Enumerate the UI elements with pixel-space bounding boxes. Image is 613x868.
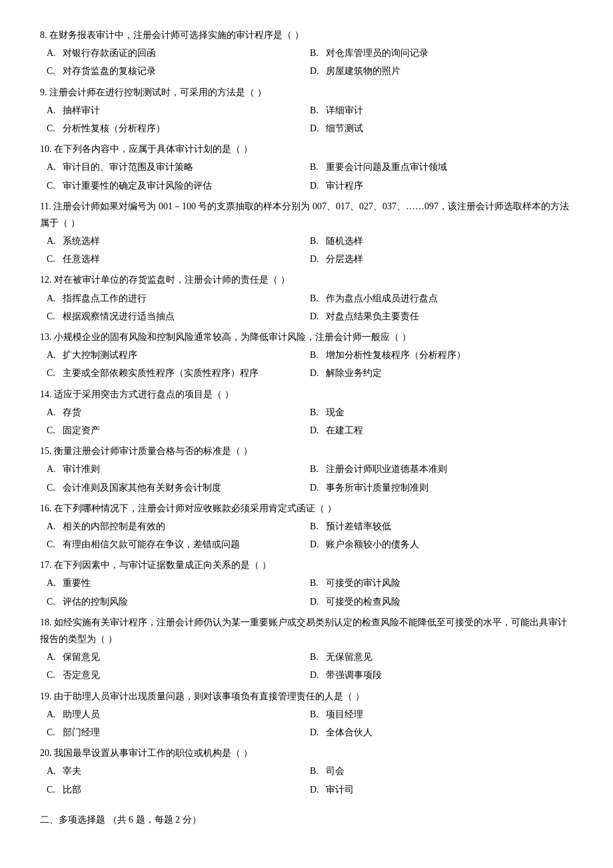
option-label: A. bbox=[47, 290, 60, 307]
option-label: C. bbox=[47, 422, 60, 439]
option-11-A: A.系统选样 bbox=[47, 233, 310, 249]
option-text: 审计司 bbox=[326, 781, 354, 798]
option-label: D. bbox=[310, 593, 323, 610]
question-16: 16. 在下列哪种情况下，注册会计师对应收账款必须采用肯定式函证（ ）A.相关的… bbox=[40, 500, 573, 553]
option-14-A: A.存货 bbox=[47, 404, 310, 421]
option-12-C: C.根据观察情况进行适当抽点 bbox=[47, 308, 310, 325]
option-8-A: A.对银行存款函证的回函 bbox=[47, 45, 310, 61]
option-14-C: C.固定资产 bbox=[47, 422, 310, 439]
option-20-C: C.比部 bbox=[47, 781, 310, 798]
question-title-20: 20. 我国最早设置从事审计工作的职位或机构是（ ） bbox=[40, 745, 573, 761]
option-label: A. bbox=[47, 518, 60, 535]
question-title-12: 12. 对在被审计单位的存货监盘时，注册会计师的责任是（ ） bbox=[40, 271, 573, 288]
option-text: 分析性复核（分析程序） bbox=[63, 120, 165, 137]
option-label: C. bbox=[47, 667, 60, 683]
option-text: 对仓库管理员的询问记录 bbox=[326, 45, 428, 61]
option-text: 细节测试 bbox=[326, 120, 363, 137]
question-title-14: 14. 适应于采用突击方式进行盘点的项目是（ ） bbox=[40, 386, 573, 403]
section2-title: 二、多项选择题 （共 6 题，每题 2 分） bbox=[40, 811, 573, 828]
option-label: B. bbox=[310, 461, 323, 477]
option-8-D: D.房屋建筑物的照片 bbox=[310, 63, 573, 79]
option-label: B. bbox=[310, 763, 323, 779]
option-19-C: C.部门经理 bbox=[47, 724, 310, 741]
option-text: 比部 bbox=[63, 781, 81, 798]
option-10-C: C.审计重要性的确定及审计风险的评估 bbox=[47, 177, 310, 194]
option-label: D. bbox=[310, 365, 323, 381]
option-19-B: B.项目经理 bbox=[310, 706, 573, 723]
option-text: 重要性 bbox=[63, 575, 91, 591]
option-text: 作为盘点小组成员进行盘点 bbox=[326, 290, 438, 307]
option-text: 解除业务约定 bbox=[326, 365, 382, 381]
option-14-D: D.在建工程 bbox=[310, 422, 573, 439]
option-label: B. bbox=[310, 290, 323, 307]
option-10-D: D.审计程序 bbox=[310, 177, 573, 194]
option-10-A: A.审计目的、审计范围及审计策略 bbox=[47, 159, 310, 175]
option-text: 主要或全部依赖实质性程序（实质性程序）程序 bbox=[63, 365, 259, 381]
option-text: 司会 bbox=[326, 763, 344, 779]
option-label: A. bbox=[47, 347, 60, 363]
option-14-B: B.现金 bbox=[310, 404, 573, 421]
option-9-B: B.详细审计 bbox=[310, 102, 573, 119]
option-13-B: B.增加分析性复核程序（分析程序） bbox=[310, 347, 573, 363]
option-text: 扩大控制测试程序 bbox=[63, 347, 137, 363]
option-16-C: C.有理由相信欠款可能存在争议，差错或问题 bbox=[47, 536, 310, 553]
option-text: 审计准则 bbox=[63, 461, 100, 477]
option-text: 随机选样 bbox=[326, 233, 363, 249]
option-18-A: A.保留意见 bbox=[47, 649, 310, 665]
option-text: 系统选样 bbox=[63, 233, 100, 249]
option-text: 项目经理 bbox=[326, 706, 363, 723]
option-12-B: B.作为盘点小组成员进行盘点 bbox=[310, 290, 573, 307]
option-text: 对存货监盘的复核记录 bbox=[63, 63, 156, 79]
question-20: 20. 我国最早设置从事审计工作的职位或机构是（ ）A.宰夫B.司会C.比部D.… bbox=[40, 745, 573, 798]
option-text: 保留意见 bbox=[63, 649, 100, 665]
option-label: A. bbox=[47, 763, 60, 779]
question-12: 12. 对在被审计单位的存货监盘时，注册会计师的责任是（ ）A.指挥盘点工作的进… bbox=[40, 271, 573, 325]
option-text: 审计重要性的确定及审计风险的评估 bbox=[63, 177, 212, 194]
question-14: 14. 适应于采用突击方式进行盘点的项目是（ ）A.存货B.现金C.固定资产D.… bbox=[40, 386, 573, 439]
option-text: 根据观察情况进行适当抽点 bbox=[63, 308, 175, 325]
option-20-D: D.审计司 bbox=[310, 781, 573, 798]
option-13-D: D.解除业务约定 bbox=[310, 365, 573, 381]
option-text: 注册会计师职业道德基本准则 bbox=[326, 461, 447, 477]
option-16-B: B.预计差错率较低 bbox=[310, 518, 573, 535]
option-label: D. bbox=[310, 251, 323, 267]
option-text: 带强调事项段 bbox=[326, 667, 382, 683]
option-label: C. bbox=[47, 536, 60, 553]
option-label: B. bbox=[310, 159, 323, 175]
option-label: B. bbox=[310, 347, 323, 363]
option-label: C. bbox=[47, 479, 60, 496]
question-title-13: 13. 小规模企业的固有风险和控制风险通常较高，为降低审计风险，注册会计师一般应… bbox=[40, 329, 573, 345]
option-17-D: D.可接受的检查风险 bbox=[310, 593, 573, 610]
option-label: A. bbox=[47, 404, 60, 421]
question-15: 15. 衡量注册会计师审计质量合格与否的标准是（ ）A.审计准则B.注册会计师职… bbox=[40, 443, 573, 496]
option-9-C: C.分析性复核（分析程序） bbox=[47, 120, 310, 137]
option-text: 有理由相信欠款可能存在争议，差错或问题 bbox=[63, 536, 240, 553]
option-text: 可接受的检查风险 bbox=[326, 593, 400, 610]
option-label: C. bbox=[47, 177, 60, 194]
option-label: C. bbox=[47, 781, 60, 798]
question-title-11: 11. 注册会计师如果对编号为 001－100 号的支票抽取的样本分别为 007… bbox=[40, 198, 573, 231]
question-title-16: 16. 在下列哪种情况下，注册会计师对应收账款必须采用肯定式函证（ ） bbox=[40, 500, 573, 517]
option-15-B: B.注册会计师职业道德基本准则 bbox=[310, 461, 573, 477]
option-text: 重要会计问题及重点审计领域 bbox=[326, 159, 447, 175]
option-label: A. bbox=[47, 159, 60, 175]
option-19-A: A.助理人员 bbox=[47, 706, 310, 723]
option-20-A: A.宰夫 bbox=[47, 763, 310, 779]
option-label: D. bbox=[310, 667, 323, 683]
option-text: 无保留意见 bbox=[326, 649, 372, 665]
option-label: B. bbox=[310, 45, 323, 61]
option-text: 账户余额较小的债务人 bbox=[326, 536, 419, 553]
option-text: 房屋建筑物的照片 bbox=[326, 63, 400, 79]
option-label: A. bbox=[47, 649, 60, 665]
option-text: 抽样审计 bbox=[63, 102, 100, 119]
option-label: A. bbox=[47, 706, 60, 723]
option-text: 任意选样 bbox=[63, 251, 100, 267]
question-10: 10. 在下列各内容中，应属于具体审计计划的是（ ）A.审计目的、审计范围及审计… bbox=[40, 141, 573, 194]
option-text: 全体合伙人 bbox=[326, 724, 372, 741]
option-label: B. bbox=[310, 575, 323, 591]
option-label: D. bbox=[310, 63, 323, 79]
option-17-C: C.评估的控制风险 bbox=[47, 593, 310, 610]
option-label: A. bbox=[47, 102, 60, 119]
option-label: C. bbox=[47, 120, 60, 137]
option-text: 固定资产 bbox=[63, 422, 100, 439]
